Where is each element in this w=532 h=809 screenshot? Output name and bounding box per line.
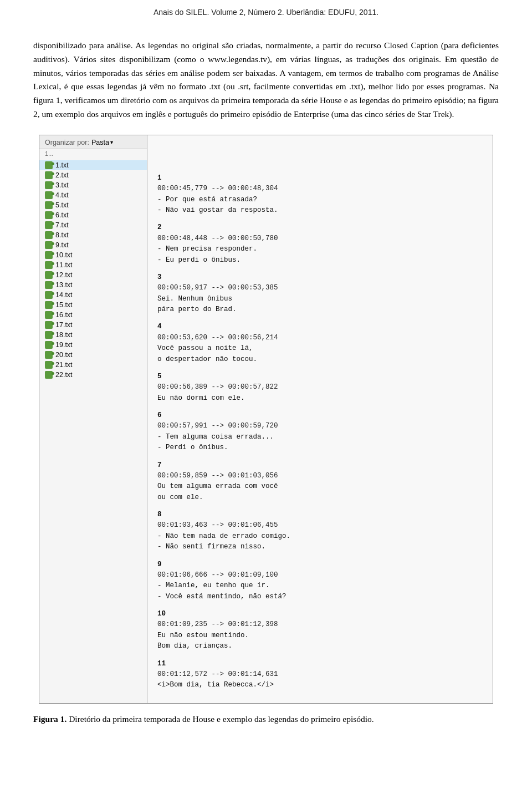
file-name-label: 18.txt (55, 331, 73, 339)
page-content: disponibilizado para análise. As legenda… (0, 22, 532, 742)
file-name-label: 10.txt (55, 251, 73, 259)
file-icon (45, 241, 53, 249)
file-list-item[interactable]: 21.txt (39, 360, 147, 370)
subtitle-text: - Tem alguma coisa errada... - Perdi o ô… (157, 432, 483, 454)
subtitle-number: 11 (157, 659, 483, 669)
file-list-item[interactable]: 2.txt (39, 170, 147, 180)
file-name-label: 9.txt (55, 241, 69, 249)
file-list-item[interactable]: 13.txt (39, 280, 147, 290)
file-icon (45, 271, 53, 279)
subtitle-panel: 100:00:45,779 --> 00:00:48,304- Por que … (147, 135, 493, 703)
file-name-label: 11.txt (55, 261, 73, 269)
subtitle-text: - Nem precisa responder. - Eu perdi o ôn… (157, 244, 483, 266)
subtitle-text: Eu não estou mentindo. Bom dia, crianças… (157, 630, 483, 652)
subtitle-entry: 600:00:57,991 --> 00:00:59,720- Tem algu… (157, 410, 483, 454)
file-name-label: 22.txt (55, 371, 73, 379)
subtitle-timecode: 00:00:57,991 --> 00:00:59,720 (157, 421, 483, 431)
file-icon (45, 311, 53, 319)
file-list-item[interactable]: 9.txt (39, 240, 147, 250)
header-text: Anais do SILEL. Volume 2, Número 2. Uber… (154, 8, 378, 17)
file-list-item[interactable]: 20.txt (39, 350, 147, 360)
file-name-label: 16.txt (55, 311, 73, 319)
file-icon (45, 191, 53, 199)
subtitle-number: 7 (157, 460, 483, 471)
file-list-item[interactable]: 17.txt (39, 320, 147, 330)
subtitle-timecode: 00:00:53,620 --> 00:00:56,214 (157, 333, 483, 343)
file-list-item[interactable]: 1.txt (39, 160, 147, 170)
figure-container: Organizar por: Pasta ▾ 1... 1.txt2.txt3.… (33, 135, 499, 704)
file-list-item[interactable]: 10.txt (39, 250, 147, 260)
subtitle-entry: 800:01:03,463 --> 00:01:06,455- Não tem … (157, 510, 483, 553)
file-list-item[interactable]: 5.txt (39, 200, 147, 210)
file-name-label: 2.txt (55, 171, 69, 179)
file-icon (45, 361, 53, 369)
subtitle-entry: 200:00:48,448 --> 00:00:50,780- Nem prec… (157, 222, 483, 266)
file-list-item[interactable]: 7.txt (39, 220, 147, 230)
file-name-label: 14.txt (55, 291, 73, 299)
subtitle-text: - Não tem nada de errado comigo. - Não s… (157, 531, 483, 553)
file-name-label: 12.txt (55, 271, 73, 279)
subtitle-entry: 1100:01:12,572 --> 00:01:14,631<i>Bom di… (157, 659, 483, 691)
file-icon (45, 181, 53, 189)
subtitle-text: Ou tem alguma errada com você ou com ele… (157, 481, 483, 503)
file-icon (45, 321, 53, 329)
subtitle-entry: 900:01:06,666 --> 00:01:09,100- Melanie,… (157, 559, 483, 603)
subtitle-text: Sei. Nenhum ônibus pára perto do Brad. (157, 294, 483, 316)
organize-label: Organizar por: (45, 139, 89, 146)
file-list-item[interactable]: 22.txt (39, 370, 147, 380)
file-name-label: 4.txt (55, 191, 69, 199)
file-name-label: 21.txt (55, 361, 73, 369)
file-name-label: 17.txt (55, 321, 73, 329)
file-list-item[interactable]: 18.txt (39, 330, 147, 340)
figure-caption-bold: Figura 1. (33, 714, 66, 724)
chevron-down-icon: ▾ (110, 139, 113, 145)
subtitle-text: Eu não dormi com ele. (157, 393, 483, 404)
subtitle-number: 3 (157, 272, 483, 283)
file-list-item[interactable]: 3.txt (39, 180, 147, 190)
file-name-label: 13.txt (55, 281, 73, 289)
subtitle-timecode: 00:00:50,917 --> 00:00:53,385 (157, 283, 483, 293)
subtitle-number: 6 (157, 410, 483, 421)
subtitle-timecode: 00:00:45,779 --> 00:00:48,304 (157, 184, 483, 194)
subtitle-timecode: 00:01:09,235 --> 00:01:12,398 (157, 619, 483, 630)
body-paragraph: disponibilizado para análise. As legenda… (33, 39, 499, 121)
file-name-label: 15.txt (55, 301, 73, 309)
file-name-label: 20.txt (55, 351, 73, 359)
file-list-item[interactable]: 15.txt (39, 300, 147, 310)
file-list-item[interactable]: 12.txt (39, 270, 147, 280)
file-panel: Organizar por: Pasta ▾ 1... 1.txt2.txt3.… (39, 135, 147, 703)
file-name-label: 6.txt (55, 211, 69, 219)
file-list-item[interactable]: 14.txt (39, 290, 147, 300)
folder-sort-button[interactable]: Pasta ▾ (91, 139, 113, 146)
file-icon (45, 261, 53, 269)
folder-sort-label: Pasta (91, 139, 109, 146)
subtitle-number: 5 (157, 372, 483, 382)
subtitle-text: - Por que está atrasada? - Não vai gosta… (157, 195, 483, 216)
file-list-item[interactable]: 16.txt (39, 310, 147, 320)
file-name-label: 3.txt (55, 181, 69, 189)
figure-box: Organizar por: Pasta ▾ 1... 1.txt2.txt3.… (39, 135, 493, 704)
file-icon (45, 211, 53, 219)
file-icon (45, 161, 53, 169)
file-name-label: 19.txt (55, 341, 73, 349)
file-list-item[interactable]: 19.txt (39, 340, 147, 350)
file-icon (45, 221, 53, 229)
subtitle-number: 1 (157, 173, 483, 184)
subtitle-text: - Melanie, eu tenho que ir. - Você está … (157, 581, 483, 602)
subtitle-timecode: 00:00:59,859 --> 00:01:03,056 (157, 471, 483, 481)
subtitle-timecode: 00:00:48,448 --> 00:00:50,780 (157, 233, 483, 244)
subtitle-number: 8 (157, 510, 483, 520)
file-list-item[interactable]: 4.txt (39, 190, 147, 200)
file-panel-sublabel: 1... (39, 149, 147, 158)
subtitle-timecode: 00:01:03,463 --> 00:01:06,455 (157, 520, 483, 531)
file-list-item[interactable]: 11.txt (39, 260, 147, 270)
file-list-item[interactable]: 8.txt (39, 230, 147, 240)
subtitle-entry: 500:00:56,389 --> 00:00:57,822Eu não dor… (157, 372, 483, 404)
figure-caption-text: Diretório da primeira temporada de House… (69, 714, 374, 724)
subtitle-number: 10 (157, 609, 483, 619)
file-list-item[interactable]: 6.txt (39, 210, 147, 220)
file-icon (45, 251, 53, 259)
file-icon (45, 231, 53, 239)
subtitle-entry: 1000:01:09,235 --> 00:01:12,398Eu não es… (157, 609, 483, 652)
file-icon (45, 301, 53, 309)
